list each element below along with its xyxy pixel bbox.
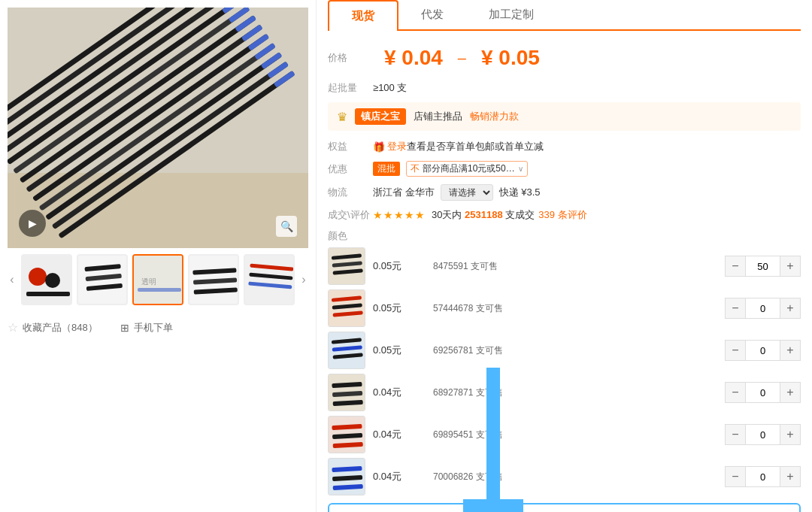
thumbnail-4[interactable] xyxy=(188,254,239,305)
color-price-2: 0.05元 xyxy=(373,301,426,315)
zoom-button[interactable]: 🔍 xyxy=(276,216,297,237)
qty-input-4[interactable] xyxy=(746,382,780,403)
action-row: ☆ 收藏产品（848） ⊞ 手机下单 xyxy=(8,317,308,338)
badge-text: 店铺主推品 xyxy=(414,110,462,123)
play-button[interactable]: ▶ xyxy=(19,210,46,237)
color-swatch-6[interactable] xyxy=(328,458,365,495)
qty-increase-4[interactable]: + xyxy=(780,382,801,403)
price-from: ¥ 0.04 xyxy=(384,46,443,70)
arrow-annotation xyxy=(463,368,523,512)
min-order-label: 起批量 xyxy=(328,81,373,95)
benefits-row: 权益 🎁 登录 查看是否享首单包邮或首单立减 xyxy=(328,140,801,153)
color-price-5: 0.04元 xyxy=(373,428,426,441)
logistics-express: 快递 ¥3.5 xyxy=(499,186,541,199)
color-swatch-1[interactable] xyxy=(328,247,365,285)
tab-custom[interactable]: 加工定制 xyxy=(466,0,556,29)
thumbnail-2[interactable] xyxy=(77,254,128,305)
collect-star-icon: ☆ xyxy=(8,320,18,335)
qty-decrease-1[interactable]: − xyxy=(725,256,746,277)
badge-box-label: 镇店之宝 xyxy=(355,108,406,125)
color-row-1: 0.05元 8475591 支可售 − + xyxy=(328,247,801,285)
discount-label: 优惠 xyxy=(328,162,373,176)
discount-dropdown[interactable]: 不 部分商品满10元或50… ∨ xyxy=(406,161,528,177)
color-swatch-5[interactable] xyxy=(328,416,365,453)
product-tabs: 现货 代发 加工定制 xyxy=(328,0,801,31)
login-link[interactable]: 登录 xyxy=(387,140,407,153)
qty-decrease-2[interactable]: − xyxy=(725,298,746,319)
color-row-6: 0.04元 70006826 支可售 − + xyxy=(328,458,801,495)
next-thumb-button[interactable]: › xyxy=(299,272,308,287)
price-separator: – xyxy=(458,50,466,67)
svg-rect-31 xyxy=(26,292,70,296)
qty-input-5[interactable] xyxy=(746,424,780,445)
prev-thumb-button[interactable]: ‹ xyxy=(8,272,17,287)
svg-point-29 xyxy=(29,268,47,286)
mobile-order-button[interactable]: ⊞ 手机下单 xyxy=(120,321,173,335)
badge-row: ♛ 镇店之宝 店铺主推品 畅销潜力款 xyxy=(328,102,801,131)
color-swatch-2[interactable] xyxy=(328,289,365,327)
tab-dropship[interactable]: 代发 xyxy=(398,0,466,29)
color-price-6: 0.04元 xyxy=(373,470,426,483)
qty-controls-5: − + xyxy=(725,424,801,445)
qty-decrease-6[interactable]: − xyxy=(725,466,746,487)
summary-bar: 50 支 2.50元 已选清单 ∧ xyxy=(328,503,801,512)
discount-row: 优惠 混批 不 部分商品满10元或50… ∨ xyxy=(328,161,801,177)
qty-controls-1: − + xyxy=(725,256,801,277)
main-product-image: ▶ 🔍 xyxy=(8,8,308,248)
color-stock-1: 8475591 支可售 xyxy=(433,260,717,273)
collect-label: 收藏产品（848） xyxy=(23,321,98,335)
qty-decrease-5[interactable]: − xyxy=(725,424,746,445)
qty-increase-2[interactable]: + xyxy=(780,298,801,319)
logistics-region: 浙江省 金华市 xyxy=(373,186,435,199)
thumbnail-row: ‹ 透明 › xyxy=(8,254,308,305)
color-swatch-4[interactable] xyxy=(328,374,365,411)
benefits-label: 权益 xyxy=(328,140,373,153)
svg-text:透明: 透明 xyxy=(141,277,156,286)
qty-decrease-4[interactable]: − xyxy=(725,382,746,403)
rating-stars: ★★★★★ xyxy=(373,209,426,221)
qty-controls-3: − + xyxy=(725,340,801,361)
color-row-4: 0.04元 68927871 支可售 − + xyxy=(328,374,801,411)
color-row-3: 0.05元 69256781 支可售 − + xyxy=(328,332,801,369)
mobile-label: 手机下单 xyxy=(134,321,173,335)
qty-increase-3[interactable]: + xyxy=(780,340,801,361)
svg-rect-38 xyxy=(138,288,181,292)
qty-controls-6: − + xyxy=(725,466,801,487)
thumbnail-3[interactable]: 透明 xyxy=(132,254,183,305)
qty-input-1[interactable] xyxy=(746,256,780,277)
tab-instock[interactable]: 现货 xyxy=(328,0,398,31)
thumbnail-1[interactable] xyxy=(21,254,72,305)
color-price-3: 0.05元 xyxy=(373,344,426,357)
qty-input-6[interactable] xyxy=(746,466,780,487)
summary-section: 50 支 2.50元 已选清单 ∧ xyxy=(328,503,801,512)
qty-increase-6[interactable]: + xyxy=(780,466,801,487)
dropdown-arrow-icon: ∨ xyxy=(518,165,523,173)
collect-button[interactable]: ☆ 收藏产品（848） xyxy=(8,320,98,335)
benefits-text: 查看是否享首单包邮或首单立减 xyxy=(407,140,544,153)
qty-increase-1[interactable]: + xyxy=(780,256,801,277)
qty-increase-5[interactable]: + xyxy=(780,424,801,445)
crown-icon: ♛ xyxy=(337,110,347,124)
logistics-select[interactable]: 请选择 xyxy=(441,184,493,201)
color-stock-3: 69256781 支可售 xyxy=(433,344,717,357)
qty-input-2[interactable] xyxy=(746,298,780,319)
benefits-icon: 🎁 xyxy=(373,141,385,153)
price-label: 价格 xyxy=(328,51,373,65)
min-order-row: 起批量 ≥100 支 xyxy=(328,81,801,95)
svg-point-30 xyxy=(45,273,60,288)
color-swatch-3[interactable] xyxy=(328,332,365,369)
discount-desc: 部分商品满10元或50… xyxy=(423,162,515,175)
review-link[interactable]: 339 条评价 xyxy=(538,208,586,222)
qty-decrease-3[interactable]: − xyxy=(725,340,746,361)
color-row-2: 0.05元 57444678 支可售 − + xyxy=(328,289,801,327)
price-to: ¥ 0.05 xyxy=(481,46,540,70)
thumbnail-5[interactable] xyxy=(244,254,295,305)
rating-period: 30天内 2531188 支成交 xyxy=(432,208,535,222)
price-row: 价格 ¥ 0.04 – ¥ 0.05 xyxy=(328,42,801,74)
qty-controls-2: − + xyxy=(725,298,801,319)
color-section: 颜色 0.05元 8475591 支可售 − + 0. xyxy=(328,229,801,495)
badge-hot: 畅销潜力款 xyxy=(470,110,519,123)
color-price-4: 0.04元 xyxy=(373,386,426,399)
svg-rect-43 xyxy=(245,254,293,305)
qty-input-3[interactable] xyxy=(746,340,780,361)
